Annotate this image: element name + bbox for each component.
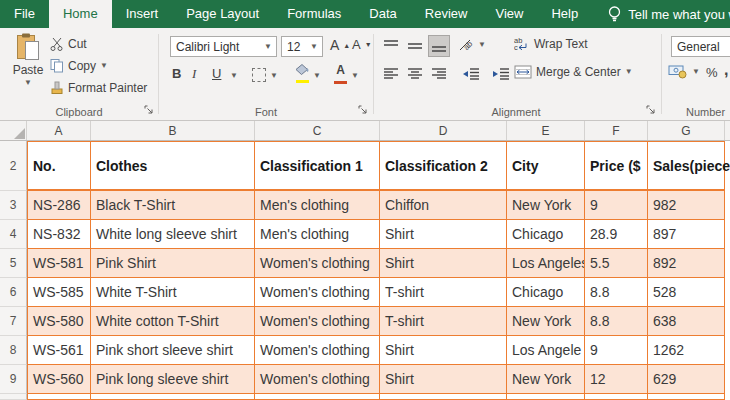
row-header-4[interactable]: 4	[0, 220, 27, 249]
row-header-8[interactable]: 8	[0, 336, 27, 365]
cell[interactable]: 897	[648, 220, 725, 249]
cell[interactable]: Women's clothing	[255, 336, 380, 365]
bottom-align-button[interactable]	[428, 35, 450, 57]
row-header-2[interactable]: 2	[0, 141, 27, 191]
row-header-7[interactable]: 7	[0, 307, 27, 336]
row-header-9[interactable]: 9	[0, 365, 27, 394]
font-name-combo[interactable]: Calibri Light ▼	[170, 36, 277, 57]
cell[interactable]: Classification 2	[380, 141, 507, 191]
cell[interactable]: 12	[585, 365, 648, 394]
cell[interactable]	[585, 394, 648, 400]
cell[interactable]: Pink long sleeve shirt	[91, 365, 255, 394]
number-format-combo[interactable]: General	[671, 36, 730, 57]
cell[interactable]	[255, 394, 380, 400]
cell[interactable]: Men's clothing	[255, 191, 380, 220]
orientation-button[interactable]: ab ▼	[458, 37, 486, 52]
middle-align-button[interactable]	[404, 35, 426, 57]
cell[interactable]	[648, 394, 725, 400]
cell[interactable]: T-shirt	[380, 307, 507, 336]
cell[interactable]: WS-581	[27, 249, 91, 278]
paste-dropdown-arrow[interactable]: ▼	[24, 79, 32, 87]
column-header-B[interactable]: B	[91, 121, 255, 140]
tab-file[interactable]: File	[0, 0, 49, 28]
cell[interactable]	[507, 394, 585, 400]
borders-dropdown-arrow[interactable]: ▼	[270, 72, 278, 80]
borders-button[interactable]	[252, 68, 266, 82]
cell[interactable]: Shirt	[380, 365, 507, 394]
cell[interactable]: T-shirt	[380, 278, 507, 307]
cell[interactable]	[27, 394, 91, 400]
decrease-indent-button[interactable]	[458, 63, 484, 85]
column-header-D[interactable]: D	[380, 121, 507, 140]
italic-button[interactable]: I	[192, 66, 210, 82]
cell[interactable]: No.	[27, 141, 91, 191]
select-all-corner[interactable]	[0, 121, 27, 140]
cell[interactable]: WS-585	[27, 278, 91, 307]
cell[interactable]: WS-580	[27, 307, 91, 336]
bold-button[interactable]: B	[172, 66, 190, 81]
row-header-5[interactable]: 5	[0, 249, 27, 278]
column-header-A[interactable]: A	[27, 121, 91, 140]
merge-center-button[interactable]: Merge & Center ▼	[514, 65, 633, 79]
alignment-dialog-launcher-icon[interactable]	[646, 105, 656, 115]
comma-style-button[interactable]: ,	[724, 61, 728, 79]
orientation-dropdown-arrow[interactable]: ▼	[478, 41, 486, 49]
font-color-button[interactable]: A	[334, 64, 347, 84]
cell[interactable]: 9	[585, 336, 648, 365]
fill-color-dropdown-arrow[interactable]: ▼	[313, 72, 321, 80]
tab-help[interactable]: Help	[537, 0, 592, 28]
cell[interactable]: Shirt	[380, 336, 507, 365]
cell[interactable]: Clothes	[91, 141, 255, 191]
font-size-dropdown-arrow[interactable]: ▼	[306, 43, 322, 51]
cell[interactable]: 982	[648, 191, 725, 220]
cell[interactable]: 629	[648, 365, 725, 394]
cell[interactable]: 892	[648, 249, 725, 278]
cell[interactable]: NS-286	[27, 191, 91, 220]
cell[interactable]: Chicago	[507, 220, 585, 249]
cell[interactable]: New York	[507, 191, 585, 220]
cell[interactable]: 8.8	[585, 278, 648, 307]
wrap-text-button[interactable]: abc Wrap Text	[514, 36, 588, 51]
format-painter-button[interactable]: Format Painter	[50, 81, 147, 95]
cell[interactable]: Black T-Shirt	[91, 191, 255, 220]
cell[interactable]: Chiffon	[380, 191, 507, 220]
cell[interactable]: Men's clothing	[255, 220, 380, 249]
copy-button[interactable]: Copy ▼	[50, 59, 108, 73]
cell[interactable]: Classification 1	[255, 141, 380, 191]
tab-home[interactable]: Home	[49, 0, 112, 28]
cell[interactable]: Chicago	[507, 278, 585, 307]
cell[interactable]: New York	[507, 307, 585, 336]
cut-button[interactable]: Cut	[50, 37, 87, 51]
cell[interactable]: Sales(piece	[648, 141, 725, 191]
align-right-button[interactable]	[428, 63, 450, 85]
cell[interactable]: 8.8	[585, 307, 648, 336]
cell[interactable]: White long sleeve shirt	[91, 220, 255, 249]
tab-page-layout[interactable]: Page Layout	[172, 0, 273, 28]
cell[interactable]: White T-Shirt	[91, 278, 255, 307]
cell[interactable]: Los Angele	[507, 336, 585, 365]
cell[interactable]: Women's clothing	[255, 249, 380, 278]
fill-color-button[interactable]	[294, 64, 310, 83]
copy-dropdown-arrow[interactable]: ▼	[100, 62, 108, 70]
cell[interactable]: 1262	[648, 336, 725, 365]
align-left-button[interactable]	[380, 63, 402, 85]
font-dialog-launcher-icon[interactable]	[358, 105, 368, 115]
accounting-dropdown-arrow[interactable]: ▼	[692, 68, 700, 76]
increase-font-size-button[interactable]: A▲	[330, 37, 350, 53]
cell[interactable]: 28.9	[585, 220, 648, 249]
row-header-3[interactable]: 3	[0, 191, 27, 220]
increase-indent-button[interactable]	[488, 63, 514, 85]
align-center-button[interactable]	[404, 63, 426, 85]
cell[interactable]: City	[507, 141, 585, 191]
merge-center-dropdown-arrow[interactable]: ▼	[625, 68, 633, 76]
tab-review[interactable]: Review	[411, 0, 482, 28]
paste-button[interactable]: Paste ▼	[8, 33, 48, 87]
tab-view[interactable]: View	[481, 0, 537, 28]
cell[interactable]: NS-832	[27, 220, 91, 249]
tab-formulas[interactable]: Formulas	[273, 0, 355, 28]
column-header-E[interactable]: E	[507, 121, 585, 140]
cell[interactable]: Women's clothing	[255, 278, 380, 307]
underline-button[interactable]: U	[212, 66, 230, 81]
cell[interactable]: WS-560	[27, 365, 91, 394]
cell[interactable]: Price ($	[585, 141, 648, 191]
